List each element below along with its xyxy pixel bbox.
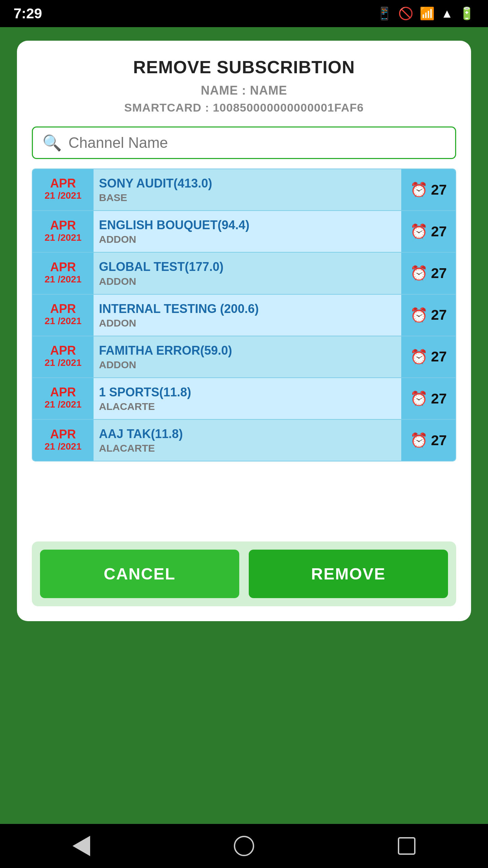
alarm-icon-2: ⏰: [410, 265, 428, 281]
back-icon: [73, 836, 90, 856]
sub-info-2: GLOBAL TEST(177.0) ADDON: [94, 253, 401, 294]
sub-type-5: ALACARTE: [99, 401, 396, 412]
sub-dayyear-6: 21 /2021: [45, 440, 82, 453]
sub-count-0: 27: [431, 182, 447, 198]
sub-month-4: APR: [50, 344, 76, 357]
alarm-icon-1: ⏰: [410, 223, 428, 240]
list-item[interactable]: APR 21 /2021 ENGLISH BOUQUET(94.4) ADDON…: [33, 211, 455, 253]
sub-timer-6: ⏰ 27: [401, 420, 455, 461]
remove-button[interactable]: REMOVE: [249, 550, 448, 598]
sub-type-2: ADDON: [99, 276, 396, 287]
sub-date-6: APR 21 /2021: [33, 420, 94, 461]
list-item[interactable]: APR 21 /2021 FAMITHA ERROR(59.0) ADDON ⏰…: [33, 336, 455, 378]
subscription-list: APR 21 /2021 SONY AUDIT(413.0) BASE ⏰ 27…: [32, 169, 456, 461]
sub-dayyear-4: 21 /2021: [45, 357, 82, 369]
modal-smartcard-row: SMARTCARD : 100850000000000001FAF6: [32, 101, 456, 114]
list-item[interactable]: APR 21 /2021 INTERNAL TESTING (200.6) AD…: [33, 295, 455, 336]
sub-dayyear-1: 21 /2021: [45, 232, 82, 244]
sub-dayyear-5: 21 /2021: [45, 398, 82, 411]
sub-count-2: 27: [431, 265, 447, 281]
sub-type-0: BASE: [99, 192, 396, 203]
screen-content: REMOVE SUBSCRIBTION NAME : NAME SMARTCAR…: [0, 27, 488, 824]
search-input[interactable]: [68, 134, 446, 151]
list-item[interactable]: APR 21 /2021 SONY AUDIT(413.0) BASE ⏰ 27: [33, 169, 455, 211]
sub-month-1: APR: [50, 219, 76, 232]
sub-info-3: INTERNAL TESTING (200.6) ADDON: [94, 295, 401, 336]
alarm-icon-0: ⏰: [410, 181, 428, 198]
sub-date-5: APR 21 /2021: [33, 378, 94, 419]
sub-timer-5: ⏰ 27: [401, 378, 455, 419]
sub-count-4: 27: [431, 349, 447, 365]
wifi-icon: 📶: [420, 6, 435, 21]
sub-channel-4: FAMITHA ERROR(59.0): [99, 343, 396, 358]
home-button[interactable]: [230, 832, 258, 860]
sub-date-0: APR 21 /2021: [33, 169, 94, 210]
sub-info-0: SONY AUDIT(413.0) BASE: [94, 169, 401, 210]
modal-spacer: [32, 461, 456, 529]
cancel-button[interactable]: CANCEL: [40, 550, 239, 598]
modal-title: REMOVE SUBSCRIBTION: [32, 57, 456, 77]
signal-icon: ▲: [441, 6, 453, 21]
sub-month-3: APR: [50, 303, 76, 315]
sub-count-1: 27: [431, 223, 447, 240]
name-separator: :: [242, 83, 250, 97]
sub-month-6: APR: [50, 428, 76, 440]
smartcard-label: SMARTCARD: [124, 101, 202, 114]
sim-icon: 📱: [377, 6, 392, 21]
smartcard-separator: :: [205, 101, 213, 114]
sub-channel-2: GLOBAL TEST(177.0): [99, 259, 396, 274]
battery-icon: 🔋: [459, 6, 474, 21]
sub-date-1: APR 21 /2021: [33, 211, 94, 252]
sub-date-4: APR 21 /2021: [33, 336, 94, 377]
sub-info-6: AAJ TAK(11.8) ALACARTE: [94, 420, 401, 461]
sub-channel-5: 1 SPORTS(11.8): [99, 385, 396, 399]
status-time: 7:29: [14, 5, 42, 22]
sub-channel-1: ENGLISH BOUQUET(94.4): [99, 218, 396, 232]
sub-month-5: APR: [50, 386, 76, 398]
sub-month-2: APR: [50, 261, 76, 273]
alarm-icon-4: ⏰: [410, 349, 428, 365]
list-item[interactable]: APR 21 /2021 GLOBAL TEST(177.0) ADDON ⏰ …: [33, 253, 455, 294]
alarm-icon-6: ⏰: [410, 432, 428, 449]
sub-info-5: 1 SPORTS(11.8) ALACARTE: [94, 378, 401, 419]
name-value: NAME: [250, 83, 287, 97]
sub-channel-0: SONY AUDIT(413.0): [99, 176, 396, 191]
nav-bar: [0, 824, 488, 868]
home-icon: [234, 836, 254, 856]
search-icon: 🔍: [42, 134, 62, 152]
sub-dayyear-0: 21 /2021: [45, 190, 82, 202]
notification-icon: 🚫: [398, 6, 413, 21]
recents-button[interactable]: [393, 832, 420, 860]
sub-timer-3: ⏰ 27: [401, 295, 455, 336]
sub-type-6: ALACARTE: [99, 442, 396, 454]
action-buttons-container: CANCEL REMOVE: [32, 541, 456, 606]
sub-type-1: ADDON: [99, 234, 396, 245]
search-box[interactable]: 🔍: [32, 126, 456, 159]
alarm-icon-3: ⏰: [410, 307, 428, 323]
recents-icon: [398, 837, 415, 855]
sub-channel-6: AAJ TAK(11.8): [99, 427, 396, 441]
sub-info-1: ENGLISH BOUQUET(94.4) ADDON: [94, 211, 401, 252]
sub-timer-2: ⏰ 27: [401, 253, 455, 294]
name-label: NAME: [201, 83, 238, 97]
alarm-icon-5: ⏰: [410, 390, 428, 407]
sub-dayyear-2: 21 /2021: [45, 273, 82, 285]
list-item[interactable]: APR 21 /2021 AAJ TAK(11.8) ALACARTE ⏰ 27: [33, 420, 455, 461]
list-item[interactable]: APR 21 /2021 1 SPORTS(11.8) ALACARTE ⏰ 2…: [33, 378, 455, 420]
sub-channel-3: INTERNAL TESTING (200.6): [99, 301, 396, 316]
sub-date-3: APR 21 /2021: [33, 295, 94, 336]
sub-type-3: ADDON: [99, 317, 396, 329]
modal-name-row: NAME : NAME: [32, 83, 456, 98]
sub-timer-4: ⏰ 27: [401, 336, 455, 377]
sub-count-5: 27: [431, 391, 447, 407]
back-button[interactable]: [68, 832, 95, 860]
status-icons: 📱 🚫 📶 ▲ 🔋: [377, 6, 474, 21]
sub-type-4: ADDON: [99, 359, 396, 371]
sub-dayyear-3: 21 /2021: [45, 315, 82, 327]
smartcard-value: 100850000000000001FAF6: [213, 101, 364, 114]
sub-count-3: 27: [431, 307, 447, 323]
status-bar: 7:29 📱 🚫 📶 ▲ 🔋: [0, 0, 488, 27]
sub-count-6: 27: [431, 432, 447, 449]
sub-month-0: APR: [50, 177, 76, 190]
modal-card: REMOVE SUBSCRIBTION NAME : NAME SMARTCAR…: [17, 41, 471, 621]
